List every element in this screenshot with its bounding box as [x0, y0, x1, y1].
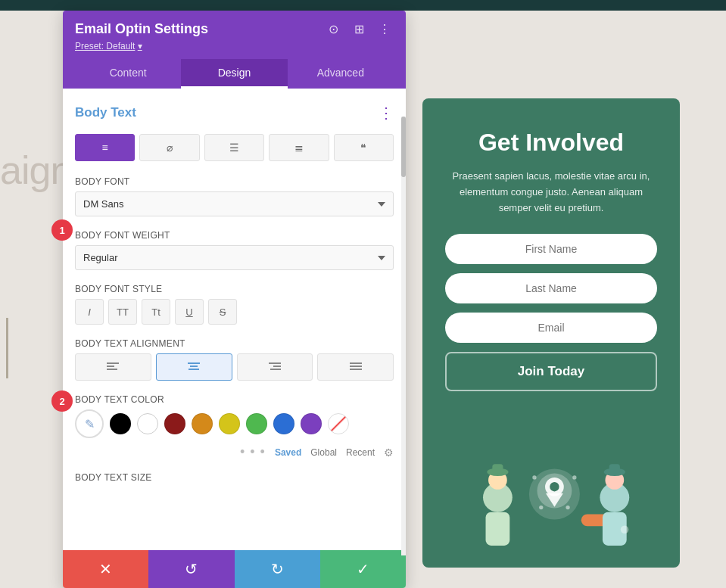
- body-font-style-label: Body Font Style: [75, 284, 394, 294]
- first-name-input[interactable]: [445, 234, 657, 264]
- text-align-buttons: [75, 353, 394, 381]
- color-picker-button[interactable]: ✎: [75, 409, 104, 438]
- color-swatch-erase[interactable]: [328, 413, 349, 434]
- tab-content[interactable]: Content: [75, 59, 181, 89]
- tab-advanced[interactable]: Advanced: [288, 59, 394, 89]
- grid-icon[interactable]: ⊞: [350, 20, 368, 38]
- color-dots: • • •: [240, 444, 266, 460]
- scroll-thumb[interactable]: [401, 117, 406, 177]
- svg-point-32: [621, 525, 629, 534]
- svg-rect-16: [492, 464, 503, 473]
- focus-icon[interactable]: ⊙: [324, 20, 342, 38]
- color-options-row: • • • Saved Global Recent ⚙: [75, 444, 394, 460]
- svg-point-24: [539, 506, 543, 509]
- preview-illustration: [422, 446, 680, 568]
- color-gear-icon[interactable]: ⚙: [384, 446, 394, 459]
- panel-header-icons: ⊙ ⊞ ⋮: [324, 20, 394, 38]
- bg-line: [6, 318, 8, 378]
- cancel-button[interactable]: ✕: [63, 550, 148, 588]
- style-italic[interactable]: I: [75, 299, 104, 325]
- last-name-input[interactable]: [445, 273, 657, 303]
- color-swatch-blue[interactable]: [273, 413, 294, 434]
- format-btn-none[interactable]: ⌀: [139, 134, 199, 161]
- email-input[interactable]: [445, 313, 657, 343]
- text-align-left[interactable]: [75, 353, 151, 381]
- section-menu-icon[interactable]: ⋮: [379, 104, 394, 122]
- svg-point-22: [532, 475, 536, 479]
- color-swatch-black[interactable]: [110, 413, 131, 434]
- preset-selector[interactable]: Preset: Default ▾: [75, 41, 394, 51]
- body-text-size-group: Body Text Size: [75, 472, 394, 483]
- section-header: Body Text ⋮: [75, 104, 394, 122]
- reset-button[interactable]: ↺: [148, 550, 234, 588]
- panel-tabs: Content Design Advanced: [75, 59, 394, 89]
- text-align-center[interactable]: [156, 353, 232, 381]
- reset-icon: ↺: [185, 560, 198, 578]
- color-swatch-orange[interactable]: [192, 413, 213, 434]
- body-font-group: Body Font DM Sans: [75, 176, 394, 216]
- section-title: Body Text: [75, 105, 136, 120]
- save-button[interactable]: ✓: [320, 550, 406, 588]
- svg-rect-7: [273, 366, 281, 367]
- svg-rect-0: [107, 362, 119, 364]
- cancel-icon: ✕: [99, 560, 112, 578]
- svg-rect-11: [350, 369, 362, 370]
- body-font-weight-label: Body Font Weight: [75, 230, 394, 241]
- scroll-track: [401, 117, 406, 555]
- color-opt-recent[interactable]: Recent: [346, 447, 375, 458]
- panel-body: Body Text ⋮ ≡ ⌀ ☰ ≣ ❝ Body Font DM Sans …: [63, 89, 406, 550]
- top-bar: [0, 0, 726, 11]
- body-text-color-group: Body Text Color ✎ • • • Saved Global R: [75, 394, 394, 460]
- svg-point-23: [572, 475, 576, 479]
- body-font-label: Body Font: [75, 176, 394, 187]
- text-align-right[interactable]: [237, 353, 313, 381]
- svg-rect-4: [190, 366, 198, 367]
- color-opt-saved[interactable]: Saved: [275, 447, 301, 458]
- settings-panel: Email Optin Settings ⊙ ⊞ ⋮ Preset: Defau…: [63, 11, 406, 588]
- style-strikethrough[interactable]: S: [208, 299, 237, 325]
- svg-point-21: [550, 482, 559, 491]
- body-text-color-label: Body Text Color: [75, 394, 394, 405]
- body-font-style-group: Body Font Style I TT Tt U S: [75, 284, 394, 325]
- svg-rect-3: [188, 362, 200, 364]
- panel-bottom-toolbar: ✕ ↺ ↻ ✓: [63, 550, 406, 588]
- format-btn-center[interactable]: ☰: [204, 134, 264, 161]
- style-capitalize[interactable]: Tt: [142, 299, 170, 325]
- format-btn-right[interactable]: ≣: [269, 134, 329, 161]
- pen-icon: ✎: [85, 417, 95, 431]
- svg-rect-5: [189, 369, 199, 370]
- text-align-justify[interactable]: [317, 353, 394, 381]
- svg-rect-9: [350, 362, 362, 364]
- svg-rect-31: [609, 464, 620, 473]
- more-options-icon[interactable]: ⋮: [375, 20, 394, 38]
- svg-rect-2: [107, 369, 117, 370]
- body-text-alignment-label: Body Text Alignment: [75, 338, 394, 349]
- svg-point-25: [566, 506, 569, 509]
- color-swatch-green[interactable]: [246, 413, 267, 434]
- body-text-size-label: Body Text Size: [75, 472, 394, 483]
- svg-rect-14: [486, 512, 510, 546]
- body-font-weight-group: Body Font Weight Regular: [75, 230, 394, 270]
- body-font-weight-select[interactable]: Regular: [75, 245, 394, 270]
- join-today-button[interactable]: Join Today: [445, 352, 657, 391]
- color-swatch-purple[interactable]: [301, 413, 322, 434]
- color-opt-global[interactable]: Global: [310, 447, 337, 458]
- redo-button[interactable]: ↻: [235, 550, 320, 588]
- illustration-svg: [438, 454, 665, 568]
- preview-panel: Get Involved Praesent sapien lacus, mole…: [422, 98, 680, 568]
- color-swatch-darkred[interactable]: [164, 413, 185, 434]
- body-font-select[interactable]: DM Sans: [75, 191, 394, 216]
- body-text-alignment-group: Body Text Alignment: [75, 338, 394, 381]
- tab-design[interactable]: Design: [181, 59, 287, 89]
- format-btn-quote[interactable]: ❝: [334, 134, 394, 161]
- style-underline[interactable]: U: [175, 299, 204, 325]
- redo-icon: ↻: [271, 560, 284, 578]
- svg-rect-1: [107, 366, 114, 367]
- panel-title: Email Optin Settings: [75, 21, 208, 37]
- color-swatch-white[interactable]: [137, 413, 158, 434]
- save-icon: ✓: [357, 560, 369, 578]
- format-btn-left[interactable]: ≡: [75, 134, 135, 161]
- style-uppercase[interactable]: TT: [108, 299, 137, 325]
- panel-header: Email Optin Settings ⊙ ⊞ ⋮ Preset: Defau…: [63, 11, 406, 89]
- color-swatch-yellow[interactable]: [219, 413, 240, 434]
